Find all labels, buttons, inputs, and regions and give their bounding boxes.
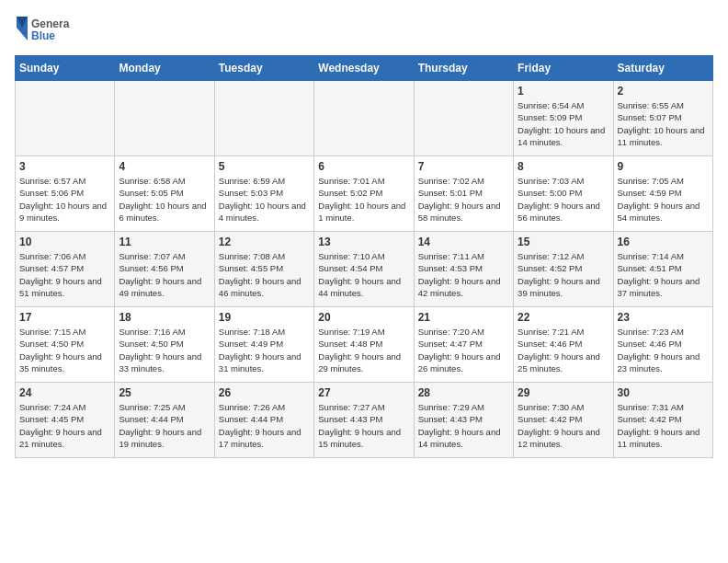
calendar-cell: 23Sunrise: 7:23 AM Sunset: 4:46 PM Dayli… (613, 307, 712, 383)
day-number: 3 (19, 160, 110, 173)
day-number: 27 (318, 386, 409, 399)
calendar-cell (115, 81, 214, 156)
day-number: 28 (418, 386, 509, 399)
page-header: General Blue (15, 15, 713, 48)
day-info: Sunrise: 7:02 AM Sunset: 5:01 PM Dayligh… (418, 175, 509, 224)
day-info: Sunrise: 7:21 AM Sunset: 4:46 PM Dayligh… (518, 326, 609, 374)
day-info: Sunrise: 7:26 AM Sunset: 4:44 PM Dayligh… (219, 401, 310, 450)
weekday-header-row: SundayMondayTuesdayWednesdayThursdayFrid… (16, 56, 713, 81)
calendar-cell: 24Sunrise: 7:24 AM Sunset: 4:45 PM Dayli… (16, 383, 115, 458)
calendar-cell: 14Sunrise: 7:11 AM Sunset: 4:53 PM Dayli… (414, 232, 513, 307)
day-info: Sunrise: 6:59 AM Sunset: 5:03 PM Dayligh… (219, 175, 310, 224)
day-number: 2 (618, 85, 709, 98)
day-number: 7 (418, 160, 509, 173)
day-number: 12 (219, 236, 310, 248)
day-info: Sunrise: 7:08 AM Sunset: 4:55 PM Dayligh… (219, 250, 310, 299)
day-info: Sunrise: 7:20 AM Sunset: 4:47 PM Dayligh… (418, 326, 509, 374)
calendar-cell: 13Sunrise: 7:10 AM Sunset: 4:54 PM Dayli… (314, 232, 414, 307)
calendar-cell: 27Sunrise: 7:27 AM Sunset: 4:43 PM Dayli… (314, 383, 414, 458)
calendar-cell (414, 81, 513, 156)
day-info: Sunrise: 7:29 AM Sunset: 4:43 PM Dayligh… (418, 401, 509, 450)
calendar-cell: 11Sunrise: 7:07 AM Sunset: 4:56 PM Dayli… (115, 232, 214, 307)
calendar-table: SundayMondayTuesdayWednesdayThursdayFrid… (15, 55, 713, 458)
weekday-header-wednesday: Wednesday (314, 56, 414, 81)
calendar-cell (16, 81, 115, 156)
day-number: 6 (318, 160, 409, 173)
day-number: 23 (618, 311, 709, 324)
calendar-week-3: 10Sunrise: 7:06 AM Sunset: 4:57 PM Dayli… (16, 232, 713, 307)
day-info: Sunrise: 7:10 AM Sunset: 4:54 PM Dayligh… (318, 250, 409, 299)
calendar-cell: 18Sunrise: 7:16 AM Sunset: 4:50 PM Dayli… (115, 307, 214, 383)
calendar-cell: 19Sunrise: 7:18 AM Sunset: 4:49 PM Dayli… (214, 307, 313, 383)
weekday-header-friday: Friday (514, 56, 613, 81)
weekday-header-monday: Monday (115, 56, 214, 81)
day-info: Sunrise: 7:23 AM Sunset: 4:46 PM Dayligh… (618, 326, 709, 374)
calendar-cell: 7Sunrise: 7:02 AM Sunset: 5:01 PM Daylig… (414, 156, 513, 232)
calendar-cell: 21Sunrise: 7:20 AM Sunset: 4:47 PM Dayli… (414, 307, 513, 383)
day-info: Sunrise: 7:16 AM Sunset: 4:50 PM Dayligh… (119, 326, 210, 374)
day-number: 20 (318, 311, 409, 324)
day-info: Sunrise: 7:18 AM Sunset: 4:49 PM Dayligh… (219, 326, 310, 374)
calendar-cell: 17Sunrise: 7:15 AM Sunset: 4:50 PM Dayli… (16, 307, 115, 383)
day-number: 24 (19, 386, 110, 399)
svg-text:Blue: Blue (31, 29, 55, 42)
weekday-header-tuesday: Tuesday (214, 56, 313, 81)
day-number: 16 (618, 236, 709, 248)
day-number: 5 (219, 160, 310, 173)
day-number: 26 (219, 386, 310, 399)
day-info: Sunrise: 7:06 AM Sunset: 4:57 PM Dayligh… (19, 250, 110, 299)
calendar-cell: 20Sunrise: 7:19 AM Sunset: 4:48 PM Dayli… (314, 307, 414, 383)
calendar-cell: 2Sunrise: 6:55 AM Sunset: 5:07 PM Daylig… (613, 81, 712, 156)
calendar-cell: 12Sunrise: 7:08 AM Sunset: 4:55 PM Dayli… (214, 232, 313, 307)
svg-text:General: General (31, 17, 70, 30)
calendar-cell: 4Sunrise: 6:58 AM Sunset: 5:05 PM Daylig… (115, 156, 214, 232)
day-number: 18 (119, 311, 210, 324)
day-info: Sunrise: 7:30 AM Sunset: 4:42 PM Dayligh… (518, 401, 609, 450)
day-info: Sunrise: 6:55 AM Sunset: 5:07 PM Dayligh… (618, 99, 709, 148)
calendar-cell: 22Sunrise: 7:21 AM Sunset: 4:46 PM Dayli… (514, 307, 613, 383)
weekday-header-sunday: Sunday (16, 56, 115, 81)
day-number: 15 (518, 236, 609, 248)
day-info: Sunrise: 7:12 AM Sunset: 4:52 PM Dayligh… (518, 250, 609, 299)
calendar-week-5: 24Sunrise: 7:24 AM Sunset: 4:45 PM Dayli… (16, 383, 713, 458)
day-info: Sunrise: 6:54 AM Sunset: 5:09 PM Dayligh… (518, 99, 609, 148)
day-number: 25 (119, 386, 210, 399)
day-info: Sunrise: 7:07 AM Sunset: 4:56 PM Dayligh… (119, 250, 210, 299)
calendar-cell: 28Sunrise: 7:29 AM Sunset: 4:43 PM Dayli… (414, 383, 513, 458)
day-number: 1 (518, 85, 609, 98)
day-info: Sunrise: 7:05 AM Sunset: 4:59 PM Dayligh… (618, 175, 709, 224)
day-number: 29 (518, 386, 609, 399)
calendar-cell: 3Sunrise: 6:57 AM Sunset: 5:06 PM Daylig… (16, 156, 115, 232)
day-number: 30 (618, 386, 709, 399)
day-info: Sunrise: 7:11 AM Sunset: 4:53 PM Dayligh… (418, 250, 509, 299)
day-info: Sunrise: 7:24 AM Sunset: 4:45 PM Dayligh… (19, 401, 110, 450)
calendar-cell: 5Sunrise: 6:59 AM Sunset: 5:03 PM Daylig… (214, 156, 313, 232)
calendar-cell: 9Sunrise: 7:05 AM Sunset: 4:59 PM Daylig… (613, 156, 712, 232)
calendar-cell: 15Sunrise: 7:12 AM Sunset: 4:52 PM Dayli… (514, 232, 613, 307)
calendar-cell: 26Sunrise: 7:26 AM Sunset: 4:44 PM Dayli… (214, 383, 313, 458)
day-info: Sunrise: 6:58 AM Sunset: 5:05 PM Dayligh… (119, 175, 210, 224)
calendar-cell: 16Sunrise: 7:14 AM Sunset: 4:51 PM Dayli… (613, 232, 712, 307)
day-number: 4 (119, 160, 210, 173)
calendar-week-2: 3Sunrise: 6:57 AM Sunset: 5:06 PM Daylig… (16, 156, 713, 232)
day-number: 9 (618, 160, 709, 173)
calendar-cell: 30Sunrise: 7:31 AM Sunset: 4:42 PM Dayli… (613, 383, 712, 458)
day-info: Sunrise: 7:14 AM Sunset: 4:51 PM Dayligh… (618, 250, 709, 299)
day-info: Sunrise: 7:01 AM Sunset: 5:02 PM Dayligh… (318, 175, 409, 224)
calendar-cell: 25Sunrise: 7:25 AM Sunset: 4:44 PM Dayli… (115, 383, 214, 458)
day-number: 13 (318, 236, 409, 248)
day-number: 17 (19, 311, 110, 324)
day-number: 11 (119, 236, 210, 248)
day-info: Sunrise: 7:25 AM Sunset: 4:44 PM Dayligh… (119, 401, 210, 450)
day-number: 19 (219, 311, 310, 324)
weekday-header-thursday: Thursday (414, 56, 513, 81)
calendar-cell: 1Sunrise: 6:54 AM Sunset: 5:09 PM Daylig… (514, 81, 613, 156)
calendar-cell (214, 81, 313, 156)
calendar-week-4: 17Sunrise: 7:15 AM Sunset: 4:50 PM Dayli… (16, 307, 713, 383)
calendar-week-1: 1Sunrise: 6:54 AM Sunset: 5:09 PM Daylig… (16, 81, 713, 156)
day-number: 21 (418, 311, 509, 324)
logo-svg: General Blue (15, 15, 70, 48)
day-number: 10 (19, 236, 110, 248)
day-info: Sunrise: 7:15 AM Sunset: 4:50 PM Dayligh… (19, 326, 110, 374)
day-number: 14 (418, 236, 509, 248)
